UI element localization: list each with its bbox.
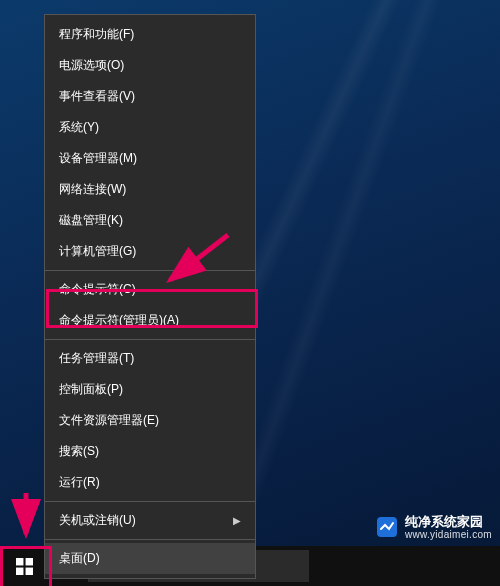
menu-item-label: 任务管理器(T) <box>59 350 134 367</box>
windows-logo-icon <box>16 558 33 575</box>
menu-item-label: 控制面板(P) <box>59 381 123 398</box>
menu-item-label: 关机或注销(U) <box>59 512 136 529</box>
menu-separator <box>45 539 255 540</box>
menu-item-device-manager[interactable]: 设备管理器(M) <box>45 143 255 174</box>
svg-rect-5 <box>25 567 32 574</box>
watermark: 纯净系统家园 www.yidaimei.com <box>375 515 492 540</box>
menu-item-file-explorer[interactable]: 文件资源管理器(E) <box>45 405 255 436</box>
menu-item-shutdown-signout[interactable]: 关机或注销(U) ▶ <box>45 505 255 536</box>
menu-item-label: 文件资源管理器(E) <box>59 412 159 429</box>
menu-item-label: 系统(Y) <box>59 119 99 136</box>
menu-item-label: 命令提示符(管理员)(A) <box>59 312 179 329</box>
menu-item-label: 电源选项(O) <box>59 57 124 74</box>
menu-item-programs-features[interactable]: 程序和功能(F) <box>45 19 255 50</box>
watermark-url: www.yidaimei.com <box>405 529 492 540</box>
menu-item-power-options[interactable]: 电源选项(O) <box>45 50 255 81</box>
menu-item-task-manager[interactable]: 任务管理器(T) <box>45 343 255 374</box>
watermark-logo-icon <box>375 515 399 539</box>
menu-item-network-connections[interactable]: 网络连接(W) <box>45 174 255 205</box>
menu-item-label: 磁盘管理(K) <box>59 212 123 229</box>
menu-item-label: 搜索(S) <box>59 443 99 460</box>
menu-item-command-prompt[interactable]: 命令提示符(C) <box>45 274 255 305</box>
menu-item-label: 运行(R) <box>59 474 100 491</box>
menu-separator <box>45 339 255 340</box>
menu-item-label: 设备管理器(M) <box>59 150 137 167</box>
menu-item-run[interactable]: 运行(R) <box>45 467 255 498</box>
menu-item-desktop[interactable]: 桌面(D) <box>45 543 255 574</box>
svg-rect-4 <box>16 567 23 574</box>
svg-rect-3 <box>25 558 32 565</box>
start-button[interactable] <box>0 546 48 586</box>
menu-item-label: 命令提示符(C) <box>59 281 136 298</box>
menu-item-disk-management[interactable]: 磁盘管理(K) <box>45 205 255 236</box>
menu-item-control-panel[interactable]: 控制面板(P) <box>45 374 255 405</box>
menu-item-label: 网络连接(W) <box>59 181 126 198</box>
winx-context-menu: 程序和功能(F) 电源选项(O) 事件查看器(V) 系统(Y) 设备管理器(M)… <box>44 14 256 579</box>
menu-separator <box>45 270 255 271</box>
menu-item-label: 桌面(D) <box>59 550 100 567</box>
menu-item-label: 计算机管理(G) <box>59 243 136 260</box>
menu-item-event-viewer[interactable]: 事件查看器(V) <box>45 81 255 112</box>
menu-item-label: 程序和功能(F) <box>59 26 134 43</box>
menu-item-system[interactable]: 系统(Y) <box>45 112 255 143</box>
menu-item-search[interactable]: 搜索(S) <box>45 436 255 467</box>
menu-separator <box>45 501 255 502</box>
chevron-right-icon: ▶ <box>233 515 241 526</box>
menu-item-computer-management[interactable]: 计算机管理(G) <box>45 236 255 267</box>
svg-rect-2 <box>16 558 23 565</box>
menu-item-command-prompt-admin[interactable]: 命令提示符(管理员)(A) <box>45 305 255 336</box>
watermark-title: 纯净系统家园 <box>405 515 492 529</box>
menu-item-label: 事件查看器(V) <box>59 88 135 105</box>
